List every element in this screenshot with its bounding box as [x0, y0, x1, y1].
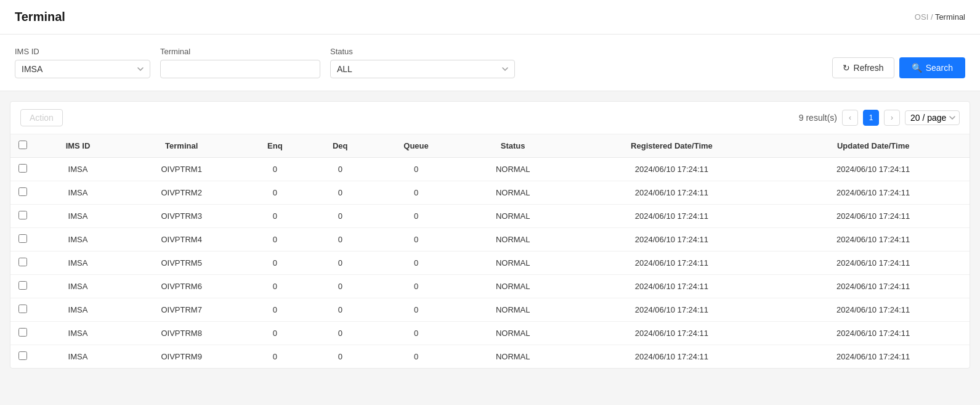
prev-page-button[interactable]: ‹ — [842, 110, 858, 126]
row-checkbox[interactable] — [18, 187, 27, 196]
cell-status: NORMAL — [460, 298, 567, 322]
header-checkbox-col — [10, 134, 35, 158]
cell-registered: 2024/06/10 17:24:11 — [567, 322, 777, 345]
cell-deq: 0 — [307, 298, 373, 322]
cell-status: NORMAL — [460, 322, 567, 345]
table-header-row: IMS ID Terminal Enq Deq Queue Status Reg… — [10, 134, 970, 158]
cell-queue: 0 — [373, 228, 460, 252]
result-count: 9 result(s) — [799, 113, 837, 123]
cell-queue: 0 — [373, 181, 460, 205]
select-all-checkbox[interactable] — [18, 141, 27, 149]
cell-queue: 0 — [373, 158, 460, 181]
next-page-button[interactable]: › — [884, 110, 900, 126]
cell-updated: 2024/06/10 17:24:11 — [777, 322, 970, 345]
cell-terminal: OIVPTRM5 — [121, 252, 242, 275]
row-checkbox-cell — [10, 252, 35, 275]
cell-registered: 2024/06/10 17:24:11 — [567, 298, 777, 322]
refresh-label: Refresh — [854, 63, 884, 73]
cell-status: NORMAL — [460, 205, 567, 228]
cell-enq: 0 — [242, 205, 307, 228]
filter-actions: ↻ Refresh 🔍 Search — [832, 57, 965, 78]
row-checkbox[interactable] — [18, 351, 27, 360]
cell-enq: 0 — [242, 298, 307, 322]
row-checkbox-cell — [10, 228, 35, 252]
cell-terminal: OIVPTRM1 — [121, 158, 242, 181]
cell-enq: 0 — [242, 275, 307, 298]
status-select[interactable]: ALL NORMAL ABNORMAL — [330, 60, 515, 78]
table-row: IMSA OIVPTRM9 0 0 0 NORMAL 2024/06/10 17… — [10, 345, 970, 369]
page-title: Terminal — [15, 10, 65, 24]
cell-updated: 2024/06/10 17:24:11 — [777, 275, 970, 298]
pagination-info: 9 result(s) ‹ 1 › 10 / page 20 / page 50… — [799, 110, 960, 126]
cell-ims-id: IMSA — [35, 252, 121, 275]
cell-status: NORMAL — [460, 158, 567, 181]
terminal-filter-group: Terminal — [160, 47, 320, 78]
row-checkbox[interactable] — [18, 234, 27, 243]
table-row: IMSA OIVPTRM5 0 0 0 NORMAL 2024/06/10 17… — [10, 252, 970, 275]
cell-registered: 2024/06/10 17:24:11 — [567, 275, 777, 298]
status-filter-group: Status ALL NORMAL ABNORMAL — [330, 47, 515, 78]
filter-section: IMS ID IMSA IMSB IMSC Terminal Status AL… — [0, 35, 980, 91]
col-deq: Deq — [307, 134, 373, 158]
col-registered: Registered Date/Time — [567, 134, 777, 158]
content-section: Action 9 result(s) ‹ 1 › 10 / page 20 / … — [10, 101, 970, 369]
cell-enq: 0 — [242, 181, 307, 205]
cell-updated: 2024/06/10 17:24:11 — [777, 252, 970, 275]
cell-deq: 0 — [307, 345, 373, 369]
cell-terminal: OIVPTRM7 — [121, 298, 242, 322]
current-page-button[interactable]: 1 — [863, 110, 879, 126]
row-checkbox-cell — [10, 158, 35, 181]
col-ims-id: IMS ID — [35, 134, 121, 158]
table-row: IMSA OIVPTRM8 0 0 0 NORMAL 2024/06/10 17… — [10, 322, 970, 345]
breadcrumb: OSI / Terminal — [915, 12, 965, 22]
cell-status: NORMAL — [460, 181, 567, 205]
cell-terminal: OIVPTRM8 — [121, 322, 242, 345]
cell-deq: 0 — [307, 228, 373, 252]
row-checkbox[interactable] — [18, 328, 27, 337]
ims-id-select[interactable]: IMSA IMSB IMSC — [15, 60, 150, 78]
refresh-button[interactable]: ↻ Refresh — [832, 57, 894, 78]
cell-ims-id: IMSA — [35, 181, 121, 205]
per-page-select[interactable]: 10 / page 20 / page 50 / page — [905, 110, 960, 125]
row-checkbox[interactable] — [18, 211, 27, 219]
terminal-input[interactable] — [160, 60, 320, 78]
cell-queue: 0 — [373, 275, 460, 298]
row-checkbox[interactable] — [18, 305, 27, 313]
cell-status: NORMAL — [460, 275, 567, 298]
cell-registered: 2024/06/10 17:24:11 — [567, 252, 777, 275]
cell-ims-id: IMSA — [35, 345, 121, 369]
action-button[interactable]: Action — [20, 109, 63, 126]
cell-queue: 0 — [373, 322, 460, 345]
table-row: IMSA OIVPTRM2 0 0 0 NORMAL 2024/06/10 17… — [10, 181, 970, 205]
cell-terminal: OIVPTRM3 — [121, 205, 242, 228]
row-checkbox-cell — [10, 205, 35, 228]
cell-enq: 0 — [242, 158, 307, 181]
breadcrumb-current: Terminal — [935, 12, 965, 22]
row-checkbox[interactable] — [18, 281, 27, 290]
search-label: Search — [926, 63, 953, 73]
cell-deq: 0 — [307, 205, 373, 228]
col-terminal: Terminal — [121, 134, 242, 158]
table-row: IMSA OIVPTRM3 0 0 0 NORMAL 2024/06/10 17… — [10, 205, 970, 228]
table-row: IMSA OIVPTRM7 0 0 0 NORMAL 2024/06/10 17… — [10, 298, 970, 322]
cell-updated: 2024/06/10 17:24:11 — [777, 181, 970, 205]
breadcrumb-parent: OSI — [915, 12, 928, 22]
table-row: IMSA OIVPTRM1 0 0 0 NORMAL 2024/06/10 17… — [10, 158, 970, 181]
row-checkbox[interactable] — [18, 164, 27, 173]
row-checkbox-cell — [10, 322, 35, 345]
row-checkbox-cell — [10, 275, 35, 298]
cell-ims-id: IMSA — [35, 298, 121, 322]
cell-updated: 2024/06/10 17:24:11 — [777, 228, 970, 252]
cell-status: NORMAL — [460, 345, 567, 369]
row-checkbox-cell — [10, 181, 35, 205]
col-status: Status — [460, 134, 567, 158]
cell-registered: 2024/06/10 17:24:11 — [567, 205, 777, 228]
cell-deq: 0 — [307, 275, 373, 298]
ims-id-filter-group: IMS ID IMSA IMSB IMSC — [15, 47, 150, 78]
cell-terminal: OIVPTRM4 — [121, 228, 242, 252]
cell-ims-id: IMSA — [35, 228, 121, 252]
table-row: IMSA OIVPTRM4 0 0 0 NORMAL 2024/06/10 17… — [10, 228, 970, 252]
row-checkbox[interactable] — [18, 258, 27, 266]
page-header: Terminal OSI / Terminal — [0, 0, 980, 35]
search-button[interactable]: 🔍 Search — [899, 57, 965, 78]
